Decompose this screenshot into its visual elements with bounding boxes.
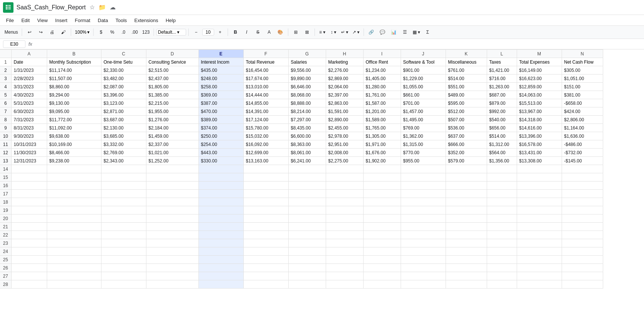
cell-F27[interactable] (243, 272, 288, 280)
cell-C6[interactable]: $3,123.00 (101, 99, 146, 107)
cell-D23[interactable] (146, 239, 198, 247)
cell-C24[interactable] (101, 247, 146, 256)
cell-B12[interactable]: $8,466.00 (47, 149, 101, 157)
decrease-decimal-button[interactable]: .0 (118, 27, 129, 37)
cell-G28[interactable] (288, 280, 326, 289)
cell-I26[interactable] (363, 264, 401, 272)
cell-J21[interactable] (401, 223, 446, 231)
cell-G17[interactable] (288, 190, 326, 198)
col-header-K[interactable]: K (446, 50, 487, 58)
col-header-G[interactable]: G (288, 50, 326, 58)
cell-M25[interactable] (517, 256, 562, 264)
menu-extensions[interactable]: Extensions (131, 17, 161, 24)
cell-A9[interactable]: 8/31/2023 (11, 124, 47, 132)
cell-J28[interactable] (401, 280, 446, 289)
cell-H15[interactable] (326, 173, 363, 182)
cell-I22[interactable] (363, 231, 401, 239)
text-rotation-button[interactable]: ↗ ▾ (351, 27, 361, 37)
cell-B21[interactable] (47, 223, 101, 231)
cell-K5[interactable]: $489.00 (446, 91, 487, 99)
cell-B8[interactable]: $11,772.00 (47, 116, 101, 124)
cell-H19[interactable] (326, 206, 363, 214)
cell-C26[interactable] (101, 264, 146, 272)
col-header-N[interactable]: N (562, 50, 603, 58)
cell-C18[interactable] (101, 198, 146, 206)
cell-B16[interactable] (47, 182, 101, 190)
cell-E11[interactable]: $254.00 (198, 140, 243, 149)
row-num[interactable]: 21 (0, 223, 11, 231)
row-num[interactable]: 3 (0, 74, 11, 83)
cell-K18[interactable] (446, 198, 487, 206)
cell-B18[interactable] (47, 198, 101, 206)
cell-L10[interactable]: $514.00 (487, 132, 517, 140)
cell-G26[interactable] (288, 264, 326, 272)
cell-L11[interactable]: $1,312.00 (487, 140, 517, 149)
cell-E9[interactable]: $374.00 (198, 124, 243, 132)
cell-H26[interactable] (326, 264, 363, 272)
cell-J11[interactable]: $1,315.00 (401, 140, 446, 149)
cell-H12[interactable]: $2,008.00 (326, 149, 363, 157)
cell-N3[interactable]: $1,051.00 (562, 74, 603, 83)
cell-N24[interactable] (562, 247, 603, 256)
cell-A6[interactable]: 5/31/2023 (11, 99, 47, 107)
cell-E18[interactable] (198, 198, 243, 206)
row-num[interactable]: 18 (0, 198, 11, 206)
cell-G18[interactable] (288, 198, 326, 206)
cell-K6[interactable]: $595.00 (446, 99, 487, 107)
cell-A21[interactable] (11, 223, 47, 231)
cell-C13[interactable]: $2,343.00 (101, 157, 146, 165)
cell-L2[interactable]: $1,421.00 (487, 66, 517, 74)
cell-E1[interactable]: Interest Incom (198, 58, 243, 66)
cell-F10[interactable]: $15,032.00 (243, 132, 288, 140)
filter-button[interactable]: ☰ (400, 27, 410, 37)
cell-A19[interactable] (11, 206, 47, 214)
cell-A17[interactable] (11, 190, 47, 198)
cell-J9[interactable]: $769.00 (401, 124, 446, 132)
cell-J17[interactable] (401, 190, 446, 198)
text-color-button[interactable]: A (264, 27, 274, 37)
cell-H14[interactable] (326, 165, 363, 173)
cell-B26[interactable] (47, 264, 101, 272)
cell-G5[interactable]: $8,068.00 (288, 91, 326, 99)
cell-D20[interactable] (146, 214, 198, 223)
cell-K20[interactable] (446, 214, 487, 223)
row-num[interactable]: 9 (0, 124, 11, 132)
cell-K15[interactable] (446, 173, 487, 182)
cell-E24[interactable] (198, 247, 243, 256)
row-num[interactable]: 28 (0, 280, 11, 289)
cell-A5[interactable]: 4/30/2023 (11, 91, 47, 99)
cell-L5[interactable]: $687.00 (487, 91, 517, 99)
cell-B15[interactable] (47, 173, 101, 182)
functions-button[interactable]: Σ (422, 27, 433, 37)
cell-K22[interactable] (446, 231, 487, 239)
cell-M17[interactable] (517, 190, 562, 198)
menu-help[interactable]: Help (162, 17, 179, 24)
col-header-A[interactable]: A (11, 50, 47, 58)
cell-A11[interactable]: 10/31/2023 (11, 140, 47, 149)
paint-format-button[interactable]: 🖌 (58, 27, 69, 37)
cell-L6[interactable]: $879.00 (487, 99, 517, 107)
cell-I28[interactable] (363, 280, 401, 289)
cell-D24[interactable] (146, 247, 198, 256)
cell-E22[interactable] (198, 231, 243, 239)
col-header-M[interactable]: M (517, 50, 562, 58)
cell-M7[interactable]: $13,967.00 (517, 107, 562, 116)
cell-B14[interactable] (47, 165, 101, 173)
cell-E25[interactable] (198, 256, 243, 264)
cell-H6[interactable]: $2,863.00 (326, 99, 363, 107)
col-header-B[interactable]: B (47, 50, 101, 58)
cell-B28[interactable] (47, 280, 101, 289)
cell-K1[interactable]: Miscellaneous (446, 58, 487, 66)
font-selector[interactable]: Default... ▾ (156, 29, 186, 36)
cell-I4[interactable]: $1,280.00 (363, 83, 401, 91)
cell-C14[interactable] (101, 165, 146, 173)
cell-C17[interactable] (101, 190, 146, 198)
cell-G3[interactable]: $9,890.00 (288, 74, 326, 83)
cell-G27[interactable] (288, 272, 326, 280)
cell-B6[interactable]: $9,130.00 (47, 99, 101, 107)
row-num[interactable]: 23 (0, 239, 11, 247)
cell-N19[interactable] (562, 206, 603, 214)
cell-J18[interactable] (401, 198, 446, 206)
cell-J4[interactable]: $1,055.00 (401, 83, 446, 91)
row-num[interactable]: 20 (0, 214, 11, 223)
